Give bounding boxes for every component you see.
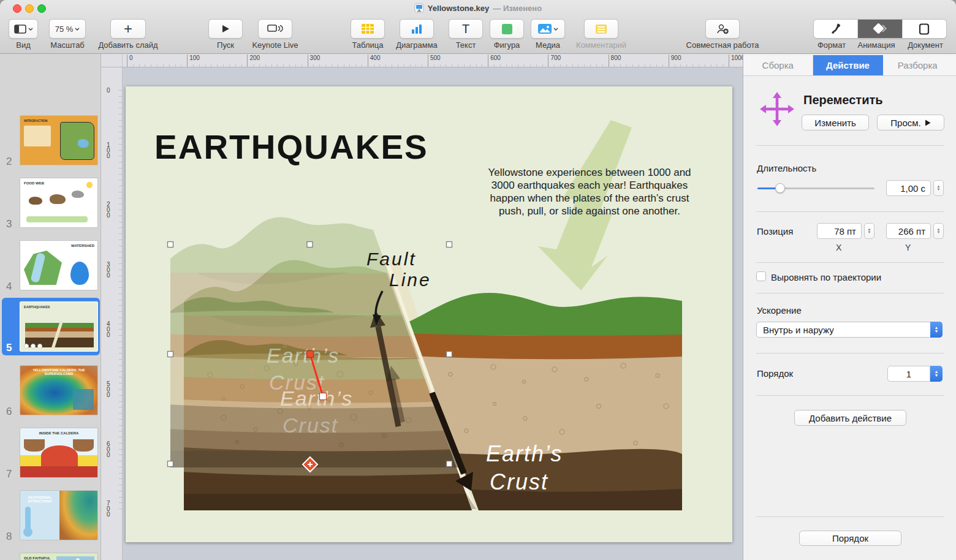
- comment-button[interactable]: [584, 19, 618, 39]
- thumbnail-art: FOOD WEB: [20, 178, 98, 228]
- duration-stepper[interactable]: ▲▼: [933, 180, 944, 196]
- right-crust-label-line2: Crust: [490, 469, 548, 494]
- format-label: Формат: [818, 40, 846, 50]
- order-bottom-button[interactable]: Порядок: [799, 531, 901, 546]
- order-stepper[interactable]: ▲▼: [930, 366, 943, 382]
- chevron-down-icon: [28, 28, 33, 31]
- duration-slider-thumb[interactable]: [775, 183, 785, 193]
- play-icon: [221, 25, 230, 33]
- slide-thumbnail-4[interactable]: 4 WATERSHED: [0, 236, 101, 294]
- keynote-live-button[interactable]: [258, 19, 292, 39]
- zoom-select[interactable]: 75 %: [49, 19, 86, 39]
- svg-text:Fault: Fault: [366, 249, 417, 269]
- thumbnail-art: WATERSHED: [20, 240, 98, 290]
- position-x-field[interactable]: 78 пт: [817, 223, 862, 239]
- motion-path-start-handle[interactable]: [307, 351, 314, 358]
- slide-number: 6: [6, 406, 12, 418]
- align-to-path-checkbox[interactable]: [756, 271, 766, 281]
- thumbnail-art: EARTHQUAKES: [20, 301, 98, 352]
- vertical-ruler: 01 0 02 0 03 0 04 0 05 0 06 0 07 0 0: [101, 67, 123, 560]
- media-button[interactable]: [531, 19, 565, 39]
- zoom-label: Масштаб: [50, 40, 85, 50]
- preview-play-icon: [925, 119, 931, 126]
- order-field[interactable]: 1: [887, 366, 930, 382]
- table-label: Таблица: [352, 40, 384, 50]
- animate-inspector-panel: Сборка Действие Разборка Переместить Изм…: [743, 54, 956, 560]
- chart-icon: [411, 24, 422, 34]
- zoom-value: 75 %: [55, 25, 74, 34]
- y-axis-label: Y: [905, 243, 911, 252]
- slide-thumbnail-7[interactable]: 7 INSIDE THE CALDERA: [0, 424, 101, 482]
- add-slide-label: Добавить слайд: [98, 40, 157, 50]
- collaborate-icon: [716, 23, 729, 34]
- view-button[interactable]: [9, 19, 38, 39]
- motion-path-end-handle[interactable]: [320, 393, 327, 400]
- document-button[interactable]: [903, 20, 946, 38]
- slide-number: 2: [6, 156, 12, 168]
- format-button[interactable]: [814, 20, 858, 38]
- position-x-stepper[interactable]: ▲▼: [864, 223, 874, 239]
- toolbar: Yellowstone.key — Изменено Вид 75 % Масш…: [0, 0, 956, 54]
- slide-thumbnail-6[interactable]: 6 YELLOWSTONE CALDERA: THE SUPERVOLCANO: [0, 361, 101, 419]
- shape-label: Фигура: [494, 40, 520, 50]
- slide-thumbnail-9[interactable]: 9 OLD FAITHFUL: [0, 549, 101, 560]
- svg-text:push, pull, or slide against o: push, pull, or slide against one another…: [499, 205, 680, 217]
- order-label: Порядок: [757, 368, 793, 379]
- easing-dropdown[interactable]: Внутрь и наружу: [756, 322, 943, 338]
- add-slide-button[interactable]: +: [110, 19, 146, 39]
- slide-number: 4: [6, 281, 12, 293]
- slide-thumbnail-8[interactable]: 8 GEOTHERMAL ATTRACTIONS: [0, 486, 101, 544]
- svg-text:happen when the plates of the: happen when the plates of the earth’s cr…: [490, 192, 689, 204]
- animate-diamond-icon: [872, 23, 888, 34]
- thumbnail-art: YELLOWSTONE CALDERA: THE SUPERVOLCANO: [20, 365, 98, 415]
- slide-thumbnail-5-selected[interactable]: 5 EARTHQUAKES: [0, 298, 101, 355]
- document-label: Документ: [908, 40, 943, 50]
- thumbnail-art: GEOTHERMAL ATTRACTIONS: [20, 490, 98, 540]
- text-button[interactable]: T: [449, 19, 483, 39]
- svg-text:Line: Line: [389, 270, 431, 290]
- view-icon: [14, 25, 26, 34]
- add-action-button[interactable]: Добавить действие: [794, 410, 906, 426]
- slide-title[interactable]: EARTHQUAKES: [154, 128, 428, 166]
- x-axis-label: X: [836, 243, 841, 252]
- preview-action-button[interactable]: Просм.: [877, 115, 944, 131]
- easing-dropdown-stepper[interactable]: ▲▼: [930, 322, 943, 338]
- keynote-live-label: Keynote Live: [252, 40, 298, 50]
- position-label: Позиция: [757, 226, 793, 236]
- tab-build-in[interactable]: Сборка: [743, 55, 813, 75]
- table-button[interactable]: [351, 19, 385, 39]
- position-y-field[interactable]: 266 пт: [886, 223, 931, 239]
- document-status: — Изменено: [493, 4, 542, 13]
- collaborate-button[interactable]: [705, 19, 740, 39]
- svg-text:3000 earthquakes each year! Ea: 3000 earthquakes each year! Earthquakes: [491, 180, 688, 191]
- easing-label: Ускорение: [757, 305, 802, 316]
- change-action-button[interactable]: Изменить: [802, 115, 869, 131]
- animate-button[interactable]: [858, 20, 902, 38]
- ruler-corner: [101, 54, 123, 67]
- slide-thumbnail-2[interactable]: 2 INTRODUCTION: [0, 112, 101, 169]
- play-button[interactable]: [208, 19, 243, 39]
- media-label: Медиа: [536, 40, 560, 50]
- duration-field[interactable]: 1,00 с: [886, 180, 931, 196]
- slide-navigator: 2 INTRODUCTION 3 FOOD WEB 4 WATERSH: [0, 54, 101, 560]
- comment-label: Комментарий: [576, 40, 626, 50]
- slide-number: 3: [6, 218, 12, 230]
- animate-label: Анимация: [857, 40, 895, 50]
- shape-button[interactable]: [490, 19, 524, 39]
- chevron-down-icon: [553, 28, 558, 31]
- view-label: Вид: [16, 40, 31, 50]
- slide-thumbnail-3[interactable]: 3 FOOD WEB: [0, 174, 101, 232]
- tab-action[interactable]: Действие: [813, 55, 883, 75]
- tab-build-out[interactable]: Разборка: [883, 55, 953, 75]
- comment-icon: [596, 25, 607, 34]
- thumbnail-art: OLD FAITHFUL: [20, 553, 98, 560]
- duration-label: Длительность: [757, 163, 816, 173]
- position-y-stepper[interactable]: ▲▼: [933, 223, 944, 239]
- chart-button[interactable]: [400, 19, 434, 39]
- format-brush-icon: [830, 23, 842, 35]
- slide-number: 7: [6, 468, 12, 480]
- slide-number: 8: [6, 531, 12, 543]
- slide-canvas[interactable]: Earth’s Crust EARTHQUAKES Yellowstone ex…: [126, 86, 732, 542]
- inspector-segmented-control: [813, 19, 947, 39]
- inspector-tabs: Сборка Действие Разборка: [743, 55, 956, 76]
